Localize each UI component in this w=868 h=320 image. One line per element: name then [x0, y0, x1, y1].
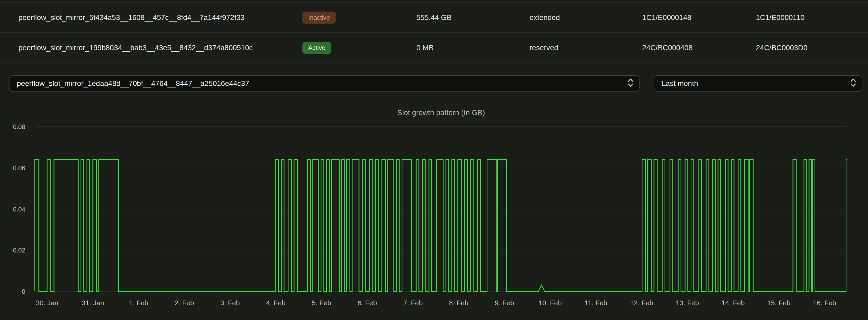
x-tick-label: 13. Feb: [676, 299, 699, 307]
x-tick-label: 2. Feb: [175, 299, 194, 307]
slot-table: peerflow_slot_mirror_5f434a53__1608__457…: [0, 2, 868, 63]
slot-growth-line: [35, 159, 847, 291]
size-cell: 555.44 GB: [416, 13, 530, 22]
type-cell: reserved: [530, 44, 642, 52]
x-tick-label: 11. Feb: [585, 299, 607, 307]
status-cell: Active: [302, 42, 416, 54]
table-row: peerflow_slot_mirror_199b8034__bab3__43e…: [0, 33, 868, 63]
x-tick-label: 16. Feb: [813, 299, 836, 307]
size-cell: 0 MB: [416, 44, 530, 52]
y-tick-label: 0.08: [13, 123, 25, 130]
x-tick-label: 10. Feb: [538, 299, 562, 307]
lsn-cell-1: 1C1/E0000148: [642, 13, 756, 22]
slot-select-value: peerflow_slot_mirror_1edaa48d__70bf__476…: [17, 79, 249, 88]
chevron-updown-icon: [627, 77, 634, 90]
lsn-cell-2: 1C1/E0000110: [756, 13, 868, 22]
table-row: peerflow_slot_mirror_5f434a53__1608__457…: [0, 3, 868, 33]
x-tick-label: 3. Feb: [220, 299, 240, 307]
time-range-select[interactable]: Last month: [654, 75, 862, 92]
slot-name: peerflow_slot_mirror_5f434a53__1608__457…: [0, 13, 302, 22]
x-tick-label: 5. Feb: [312, 299, 331, 307]
y-tick-label: 0.02: [13, 247, 25, 254]
lsn-cell-1: 24C/BC000408: [642, 44, 756, 52]
x-tick-label: 15. Feb: [767, 299, 790, 307]
status-badge: Inactive: [302, 11, 336, 24]
x-tick-label: 14. Feb: [721, 299, 745, 307]
status-cell: Inactive: [302, 11, 416, 24]
y-tick-label: 0.06: [13, 165, 25, 172]
lsn-cell-2: 24C/BC0003D0: [756, 44, 868, 52]
type-cell: extended: [530, 13, 642, 22]
x-tick-label: 30. Jan: [36, 299, 58, 307]
status-badge: Active: [302, 42, 331, 54]
x-tick-label: 6. Feb: [358, 299, 377, 307]
x-tick-label: 8. Feb: [449, 299, 468, 307]
chart-title: Slot growth pattern (In GB): [35, 108, 847, 117]
x-tick-label: 12. Feb: [630, 299, 653, 307]
x-tick-label: 4. Feb: [266, 299, 285, 307]
x-tick-label: 7. Feb: [403, 299, 423, 307]
x-tick-label: 31. Jan: [82, 299, 104, 307]
y-tick-label: 0: [22, 288, 25, 295]
slot-select[interactable]: peerflow_slot_mirror_1edaa48d__70bf__476…: [9, 75, 640, 92]
slot-name: peerflow_slot_mirror_199b8034__bab3__43e…: [0, 44, 302, 52]
chevron-updown-icon: [849, 77, 857, 90]
x-tick-label: 1. Feb: [129, 299, 149, 307]
y-tick-label: 0.04: [13, 206, 25, 213]
time-range-value: Last month: [662, 79, 698, 88]
x-tick-label: 9. Feb: [495, 299, 514, 307]
